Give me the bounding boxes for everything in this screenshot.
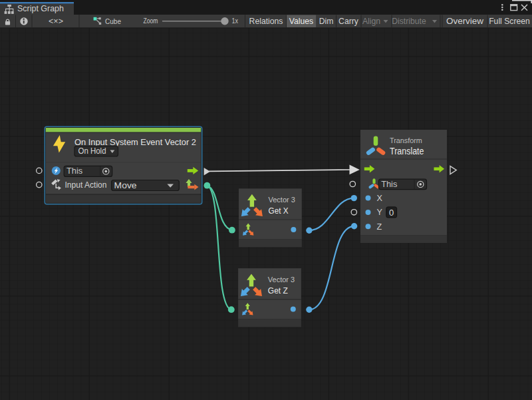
svg-text:Y: Y: [377, 208, 383, 217]
svg-text:X: X: [377, 194, 383, 203]
svg-text:Translate: Translate: [390, 146, 424, 156]
svg-text:1x: 1x: [232, 17, 239, 25]
svg-text:On Input System Event Vector 2: On Input System Event Vector 2: [74, 137, 196, 147]
svg-text:This: This: [381, 179, 397, 189]
svg-text:Relations: Relations: [249, 17, 283, 26]
svg-text:Zoom: Zoom: [144, 17, 158, 25]
svg-text:Transform: Transform: [390, 136, 422, 144]
svg-text:Vector 3: Vector 3: [268, 276, 295, 284]
svg-text:Z: Z: [377, 222, 382, 232]
svg-text:Dim: Dim: [319, 17, 334, 26]
svg-text:Move: Move: [114, 180, 137, 190]
svg-text:Vector 3: Vector 3: [269, 196, 295, 204]
svg-text:This: This: [66, 166, 82, 176]
svg-text:Full Screen: Full Screen: [489, 17, 530, 26]
svg-text:Get X: Get X: [269, 206, 289, 216]
svg-text:Cube: Cube: [105, 17, 121, 26]
svg-text:Overview: Overview: [446, 17, 483, 26]
svg-text:0: 0: [389, 208, 394, 218]
svg-text:Carry: Carry: [338, 17, 359, 26]
svg-text:Distribute: Distribute: [392, 17, 426, 26]
svg-text:<×>: <×>: [49, 17, 63, 26]
svg-text:Script Graph: Script Graph: [17, 4, 64, 13]
svg-text:Values: Values: [289, 17, 313, 26]
svg-text:Input Action: Input Action: [65, 180, 107, 190]
svg-text:On Hold: On Hold: [78, 146, 106, 156]
svg-text:Align: Align: [362, 17, 380, 26]
svg-text:Get Z: Get Z: [268, 286, 288, 296]
